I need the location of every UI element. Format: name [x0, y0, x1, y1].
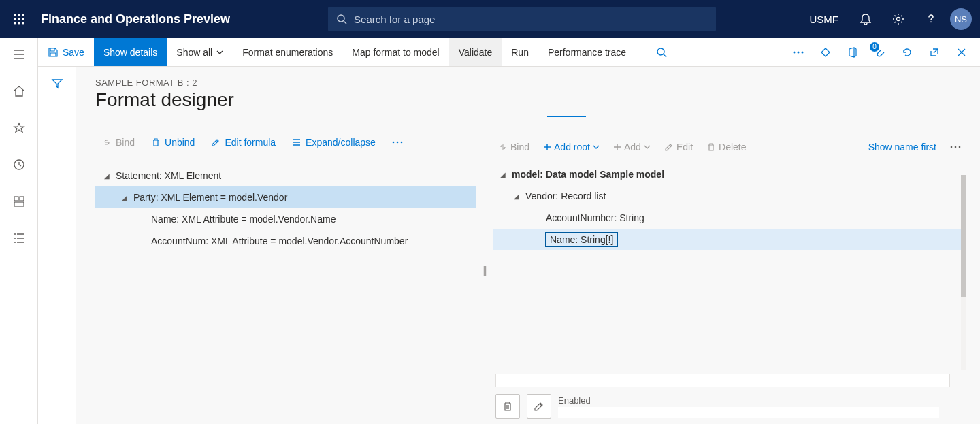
- tree-label: Party: XML Element = model.Vendor: [133, 192, 287, 203]
- modules-button[interactable]: [5, 226, 33, 250]
- attachments-button[interactable]: 0: [867, 38, 893, 67]
- svg-point-25: [955, 146, 957, 148]
- scrollbar-thumb[interactable]: [961, 175, 966, 297]
- hamburger-icon: [13, 50, 25, 59]
- tree-row[interactable]: Name: String[!]: [493, 229, 966, 250]
- clock-icon: [13, 159, 25, 171]
- trash-icon: [502, 401, 513, 412]
- notification-icon[interactable]: [852, 5, 879, 33]
- delete-property-button[interactable]: [495, 394, 520, 419]
- edit-button[interactable]: Edit: [659, 137, 698, 157]
- workspaces-button[interactable]: [5, 189, 33, 214]
- search-icon: [336, 14, 347, 25]
- pane-splitter[interactable]: ‖: [476, 116, 493, 424]
- tree-label: Name: XML Attribute = model.Vendor.Name: [151, 214, 336, 225]
- chevron-down-icon: [644, 144, 651, 150]
- tree-row[interactable]: AccountNumber: String: [493, 207, 966, 229]
- svg-line-10: [344, 21, 346, 24]
- help-icon[interactable]: [917, 5, 945, 33]
- tab-format[interactable]: Format: [495, 116, 528, 117]
- right-tabs: Format Mapping Transformations Validatio…: [493, 116, 966, 117]
- save-button[interactable]: Save: [38, 38, 94, 66]
- pencil-icon: [211, 137, 220, 147]
- close-button[interactable]: [949, 38, 975, 67]
- run-button[interactable]: Run: [502, 38, 538, 66]
- company-code[interactable]: USMF: [810, 14, 839, 25]
- delete-button[interactable]: Delete: [701, 137, 751, 157]
- split-panes: Bind Unbind Edit formula Expand/collapse: [95, 116, 966, 424]
- app-launcher-icon[interactable]: [8, 8, 30, 30]
- add-button[interactable]: Add: [608, 137, 656, 157]
- expand-collapse-button[interactable]: Expand/collapse: [285, 133, 382, 152]
- search-input[interactable]: Search for a page: [328, 7, 716, 31]
- tree-row[interactable]: Name: XML Attribute = model.Vendor.Name: [95, 208, 476, 230]
- favorites-button[interactable]: [5, 116, 33, 140]
- home-button[interactable]: [5, 79, 33, 103]
- add-root-button[interactable]: Add root: [538, 137, 605, 157]
- tree-row[interactable]: ◢ Party: XML Element = model.Vendor: [95, 186, 476, 208]
- svg-point-23: [401, 142, 403, 144]
- star-icon: [13, 122, 25, 134]
- validate-button[interactable]: Validate: [449, 38, 502, 66]
- show-all-button[interactable]: Show all: [167, 38, 233, 66]
- bind-button[interactable]: Bind: [95, 133, 142, 152]
- bind-button-right[interactable]: Bind: [493, 137, 535, 157]
- tab-transformations[interactable]: Transformations: [605, 116, 679, 117]
- refresh-button[interactable]: [894, 38, 920, 67]
- related-info-button[interactable]: [813, 38, 838, 67]
- more-button-right[interactable]: [945, 142, 966, 152]
- workspace-icon: [13, 195, 25, 208]
- expand-icon: [292, 137, 301, 147]
- recent-button[interactable]: [5, 152, 33, 177]
- map-format-button[interactable]: Map format to model: [342, 38, 448, 66]
- tree-row[interactable]: ◢ model: Data model Sample model: [493, 163, 966, 185]
- settings-icon[interactable]: [885, 5, 912, 33]
- property-field[interactable]: [495, 374, 950, 387]
- performance-trace-button[interactable]: Performance trace: [538, 38, 636, 66]
- enabled-field[interactable]: [558, 407, 939, 418]
- vertical-scrollbar[interactable]: [961, 175, 966, 370]
- tree-row[interactable]: AccountNum: XML Attribute = model.Vendor…: [95, 230, 476, 252]
- tab-validations[interactable]: Validations: [698, 116, 747, 117]
- plus-icon: [543, 143, 551, 151]
- app-title: Finance and Operations Preview: [41, 12, 230, 27]
- tab-mapping[interactable]: Mapping: [547, 116, 587, 117]
- tree-row[interactable]: ◢ Vendor: Record list: [493, 185, 966, 207]
- mapping-tree: ◢ model: Data model Sample model ◢ Vendo…: [493, 163, 966, 368]
- svg-rect-18: [14, 197, 18, 201]
- edit-property-button[interactable]: [527, 394, 551, 419]
- chevron-down-icon: [216, 49, 223, 56]
- right-toolbar: Bind Add root Add Edit: [493, 137, 966, 157]
- caret-down-icon[interactable]: ◢: [120, 194, 129, 201]
- format-enumerations-button[interactable]: Format enumerations: [233, 38, 342, 66]
- caret-down-icon[interactable]: ◢: [498, 171, 508, 178]
- list-icon: [13, 232, 25, 244]
- tree-label: model: Data model Sample model: [512, 169, 664, 180]
- svg-point-14: [794, 51, 796, 53]
- pencil-icon: [534, 401, 544, 412]
- user-avatar[interactable]: NS: [950, 8, 972, 30]
- caret-down-icon[interactable]: ◢: [102, 172, 112, 180]
- office-button[interactable]: [840, 38, 866, 67]
- caret-down-icon[interactable]: ◢: [512, 193, 521, 200]
- show-details-button[interactable]: Show details: [94, 38, 167, 66]
- home-icon: [13, 85, 25, 97]
- edit-formula-button[interactable]: Edit formula: [204, 133, 282, 152]
- filter-button[interactable]: [51, 78, 63, 424]
- diamond-icon: [820, 47, 831, 58]
- breadcrumb: SAMPLE FORMAT B : 2: [95, 78, 966, 88]
- svg-point-4: [18, 18, 20, 20]
- svg-rect-19: [20, 197, 24, 201]
- plus-icon: [613, 143, 621, 151]
- filter-icon: [51, 78, 63, 90]
- find-button[interactable]: [647, 38, 676, 66]
- more-actions-button[interactable]: [785, 38, 811, 67]
- trash-icon: [706, 142, 716, 152]
- tree-row[interactable]: ◢ Statement: XML Element: [95, 165, 476, 186]
- popout-button[interactable]: [921, 38, 947, 67]
- hamburger-button[interactable]: [5, 42, 33, 67]
- more-button[interactable]: [385, 137, 410, 148]
- show-name-first-button[interactable]: Show name first: [863, 137, 942, 157]
- unbind-button[interactable]: Unbind: [144, 133, 201, 152]
- properties-panel: Enabled: [493, 368, 953, 424]
